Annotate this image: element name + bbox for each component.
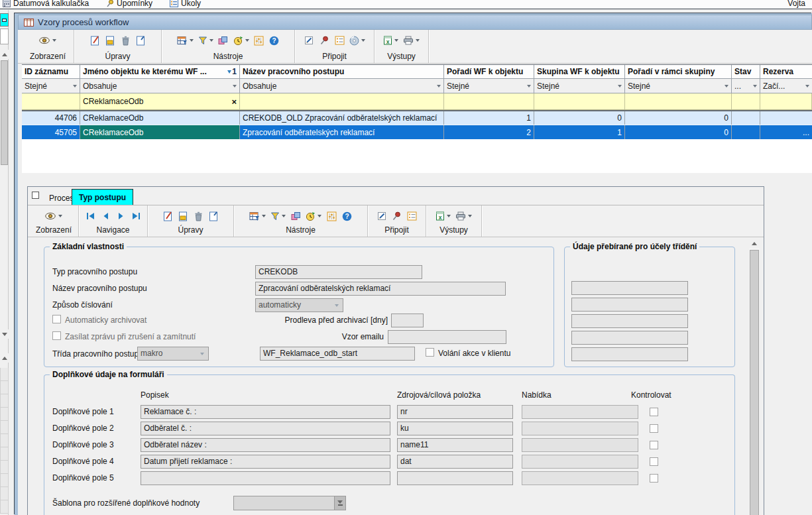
zasilat-zpravu-checkbox[interactable] [52,331,61,340]
sorting-input-5[interactable] [571,347,688,361]
search-cell[interactable] [444,93,534,109]
table-row-selected[interactable]: 45705 CReklamaceOdb Zpracování odběratel… [22,125,812,139]
menu-item-tasks[interactable]: Úkoly [170,0,201,8]
nabidka-input-1[interactable] [522,405,638,419]
menu-item-reminders[interactable]: Upomínky [106,0,152,8]
nav-first-button[interactable] [84,209,97,223]
new-record-button[interactable] [161,209,174,223]
kontrolovat-checkbox-5[interactable] [650,474,658,483]
print-button[interactable] [454,209,473,223]
nav-last-button[interactable] [129,209,143,223]
sablona-select[interactable] [233,496,346,510]
scrollbar-thumb[interactable] [750,250,759,515]
checklist-button[interactable] [406,209,419,223]
export-excel-button[interactable]: x [434,209,452,223]
table-row[interactable]: 44706 CReklamaceOdb CREKODB_OLD Zpracová… [22,110,812,125]
column-header-object[interactable]: Jméno objektu ke kterému WF ... 1 [80,65,240,78]
column-header-group[interactable]: Skupina WF k objektu [534,65,625,78]
grid-filter-button[interactable] [176,33,195,48]
print-button[interactable] [402,33,421,48]
nabidka-input-4[interactable] [522,455,638,469]
sorting-input-1[interactable] [571,281,688,295]
filter-dropdown[interactable]: ... [732,79,760,93]
filter-button[interactable] [269,209,287,223]
sorting-input-3[interactable] [571,314,688,328]
attach-pin-button[interactable] [318,33,331,48]
merge-button[interactable] [289,209,302,223]
help-button[interactable]: ? [340,209,353,223]
search-cell[interactable] [625,93,732,109]
scroll-up-arrow[interactable] [749,239,760,248]
note-button[interactable] [302,33,316,48]
nazev-postupu-input[interactable]: Zpracování odběratelských reklamací [255,282,506,296]
search-cell[interactable] [534,93,625,109]
tab-typ-postupu[interactable]: Typ postupu [72,189,133,205]
view-menu-button[interactable] [38,33,58,48]
filter-dropdown[interactable]: Stejné [22,79,80,93]
nav-prev-button[interactable] [99,209,112,223]
menu-item-date-calculator[interactable]: Datumová kalkulačka [3,0,89,8]
view-menu-button[interactable] [44,209,64,223]
sidebar-window-button[interactable] [0,13,9,27]
automaticky-archivovat-checkbox[interactable] [52,315,61,323]
scheduler-button[interactable] [304,209,323,223]
clear-filter-icon[interactable]: × [231,97,237,106]
kontrolovat-checkbox-1[interactable] [650,408,658,416]
search-cell[interactable] [732,93,760,109]
scheduler-button[interactable] [232,33,251,48]
note-button[interactable] [375,209,388,223]
search-input-object[interactable]: CReklamaceOdb× [80,93,240,109]
column-header-rezerva[interactable]: Rezerva [760,65,812,78]
sorting-input-4[interactable] [571,331,688,345]
checklist-button[interactable] [333,33,346,48]
media-button[interactable] [348,33,367,48]
column-header-group-order[interactable]: Pořadí v rámci skupiny [625,65,732,78]
scroll-up-arrow[interactable] [0,353,9,363]
filter-dropdown[interactable]: Stejné [534,79,625,93]
copy-record-button[interactable] [134,33,147,48]
scroll-down-arrow[interactable] [0,329,9,339]
zdroj-input-2[interactable]: ku [397,422,513,435]
filter-dropdown[interactable]: Začí... [760,79,812,93]
nav-next-button[interactable] [114,209,127,223]
zdroj-input-1[interactable]: nr [397,405,513,419]
zdroj-input-3[interactable]: name11 [397,438,513,452]
nabidka-input-5[interactable] [522,471,638,485]
search-cell[interactable] [760,93,812,109]
zdroj-input-4[interactable]: dat [397,455,513,469]
column-header-id[interactable]: ID záznamu [22,65,80,78]
zdroj-input-5[interactable] [397,471,513,485]
popisek-input-2[interactable]: Odběratel č. : [141,422,390,435]
popisek-input-5[interactable] [141,471,390,485]
makro-input[interactable]: WF_Reklamace_odb_start [260,347,415,361]
edit-record-button[interactable] [103,33,117,48]
export-excel-button[interactable]: x [382,33,400,48]
popisek-input-3[interactable]: Odběratel název : [141,438,390,452]
search-cell[interactable] [22,93,80,109]
trida-postupu-select[interactable]: makro [137,347,209,361]
scrollbar-thumb[interactable] [1,60,8,165]
nabidka-input-2[interactable] [522,422,638,435]
edit-record-button[interactable] [176,209,190,223]
column-header-stav[interactable]: Stav [732,65,760,78]
sorting-input-2[interactable] [571,298,688,312]
volani-akce-checkbox[interactable] [426,348,434,357]
popisek-input-1[interactable]: Reklamace č. : [141,405,390,419]
filter-dropdown[interactable]: Stejné [625,79,732,93]
help-button[interactable]: ? [268,33,281,48]
scroll-up-arrow[interactable] [0,50,9,59]
detach-checkbox[interactable] [32,192,39,199]
nabidka-input-3[interactable] [522,438,638,452]
merge-button[interactable] [217,33,230,48]
dropdown-button[interactable] [334,496,345,510]
filter-dropdown[interactable]: Obsahuje [240,79,444,93]
filter-dropdown[interactable]: Obsahuje [80,79,240,93]
attach-pin-button[interactable] [390,209,404,223]
search-cell[interactable] [240,93,444,109]
delete-record-button[interactable] [192,209,205,223]
column-header-name[interactable]: Název pracovního postupu [240,65,444,78]
new-record-button[interactable] [88,33,101,48]
kontrolovat-checkbox-2[interactable] [650,424,658,433]
kontrolovat-checkbox-3[interactable] [650,441,658,449]
prodleva-input[interactable] [391,314,424,327]
